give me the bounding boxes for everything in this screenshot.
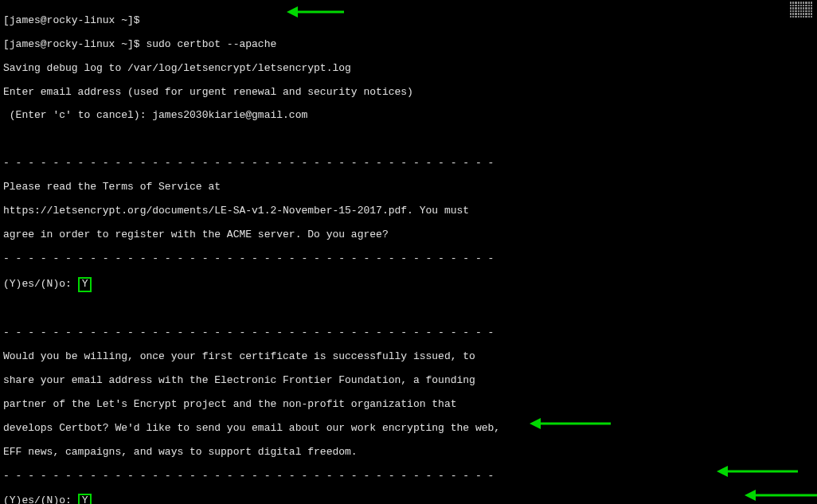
output-line: Enter email address (used for urgent ren… xyxy=(3,87,814,99)
prompt-line[interactable]: (Y)es/(N)o: Y xyxy=(3,277,814,292)
annotation-arrow xyxy=(717,463,804,479)
output-line: EFF news, campaigns, and ways to support… xyxy=(3,447,814,459)
separator-line: - - - - - - - - - - - - - - - - - - - - … xyxy=(3,253,814,265)
command-text: sudo certbot --apache xyxy=(146,38,276,50)
output-line: Please read the Terms of Service at xyxy=(3,182,814,193)
output-line: https://letsencrypt.org/documents/LE-SA-… xyxy=(3,205,814,217)
output-line: partner of the Let's Encrypt project and… xyxy=(3,399,814,411)
annotation-arrow xyxy=(745,487,817,503)
svg-marker-5 xyxy=(717,466,728,477)
annotation-arrow xyxy=(530,416,617,432)
svg-marker-1 xyxy=(287,6,298,18)
yes-no-prompt: (Y)es/(N)o: xyxy=(3,278,78,290)
separator-line: - - - - - - - - - - - - - - - - - - - - … xyxy=(3,471,814,483)
output-line: (Enter 'c' to cancel): james2030kiarie@g… xyxy=(3,110,814,122)
answer-highlight: Y xyxy=(78,494,92,504)
command-line: [james@rocky-linux ~]$ sudo certbot --ap… xyxy=(3,39,814,51)
output-line xyxy=(3,134,814,146)
prompt-line: [james@rocky-linux ~]$ xyxy=(3,15,814,27)
output-line: share your email address with the Electr… xyxy=(3,375,814,387)
svg-marker-7 xyxy=(745,490,756,501)
output-line: Saving debug log to /var/log/letsencrypt… xyxy=(3,63,814,75)
separator-line: - - - - - - - - - - - - - - - - - - - - … xyxy=(3,327,814,339)
prompt: [james@rocky-linux ~]$ xyxy=(3,38,146,50)
output-line: develops Certbot? We'd like to send you … xyxy=(3,423,814,435)
separator-line: - - - - - - - - - - - - - - - - - - - - … xyxy=(3,158,814,170)
prompt-line[interactable]: (Y)es/(N)o: Y xyxy=(3,494,814,504)
svg-marker-3 xyxy=(530,418,541,429)
answer-highlight: Y xyxy=(78,277,92,292)
output-line: Would you be willing, once your first ce… xyxy=(3,351,814,363)
annotation-arrow xyxy=(287,4,350,20)
terminal-output[interactable]: [james@rocky-linux ~]$ [james@rocky-linu… xyxy=(3,3,814,504)
yes-no-prompt: (Y)es/(N)o: xyxy=(3,494,78,504)
keyboard-grid-icon xyxy=(790,2,812,18)
output-line xyxy=(3,303,814,315)
output-line: agree in order to register with the ACME… xyxy=(3,229,814,241)
